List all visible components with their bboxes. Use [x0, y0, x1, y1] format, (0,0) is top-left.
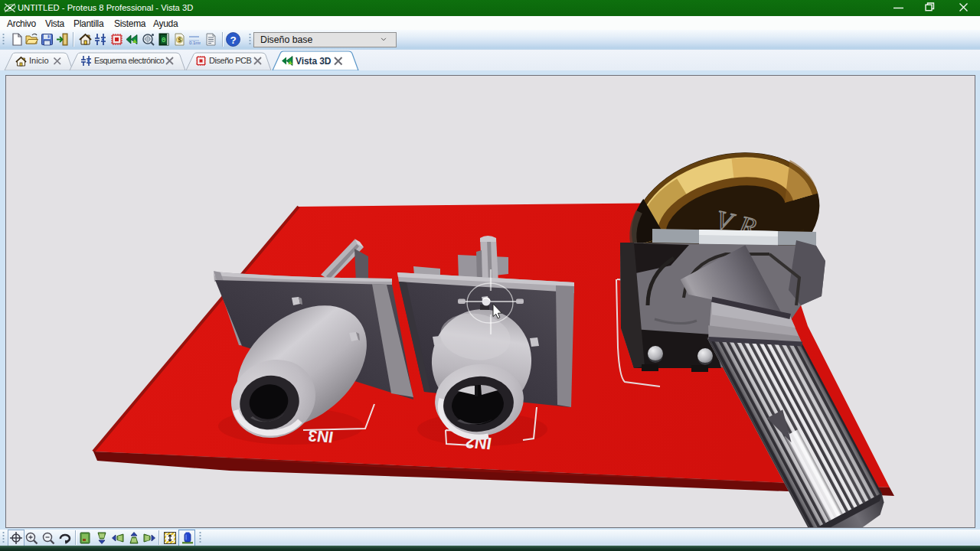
svg-text:Vista 3D: Vista 3D [296, 56, 332, 67]
svg-text:Diseño PCB: Diseño PCB [209, 56, 252, 65]
svg-text:0.1mm: 0.1mm [189, 41, 201, 45]
svg-text:0: 0 [162, 37, 165, 44]
svg-text:Inicio: Inicio [29, 56, 49, 65]
svg-text:?: ? [230, 34, 237, 46]
svg-text:$: $ [178, 36, 181, 44]
svg-text:Esquema electrónico: Esquema electrónico [94, 56, 165, 65]
svg-text:IN3: IN3 [308, 427, 334, 446]
